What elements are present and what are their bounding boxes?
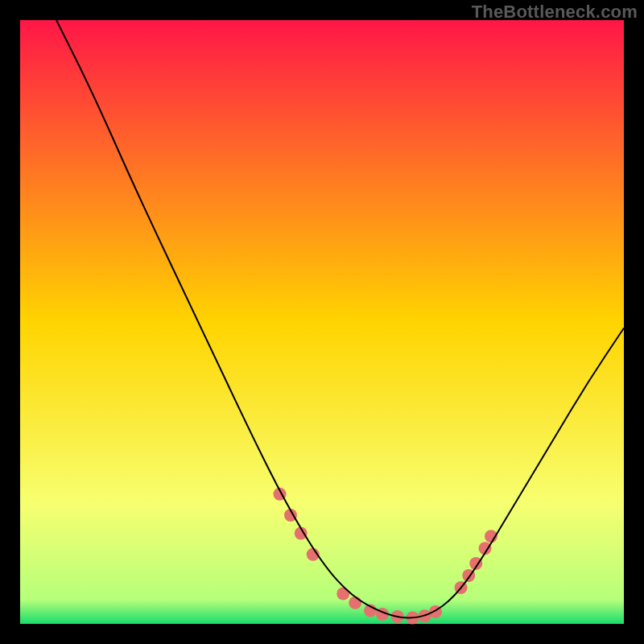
plot-svg — [0, 0, 644, 644]
marker-dot — [349, 597, 361, 609]
plot-background — [20, 20, 624, 624]
chart-frame: TheBottleneck.com — [0, 0, 644, 644]
marker-dot — [336, 588, 349, 601]
watermark-text: TheBottleneck.com — [472, 2, 638, 23]
